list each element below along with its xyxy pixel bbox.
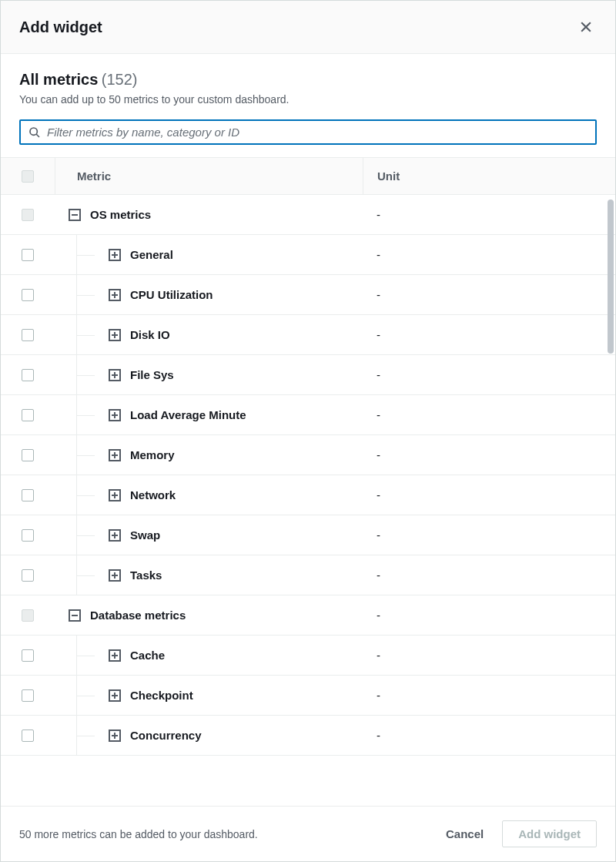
metric-label: Memory [130, 448, 175, 461]
table-row[interactable]: CPU Utilization- [1, 275, 615, 315]
expand-icon[interactable] [109, 449, 121, 461]
expand-icon[interactable] [109, 289, 121, 301]
table-header-row: Metric Unit [1, 158, 615, 195]
tree-line [76, 696, 95, 696]
row-checkbox-cell [1, 209, 55, 221]
metric-label: Tasks [130, 569, 162, 582]
row-checkbox[interactable] [22, 209, 34, 221]
metric-label: Checkpoint [130, 689, 193, 702]
metric-label: File Sys [130, 368, 174, 381]
expand-icon[interactable] [109, 689, 121, 702]
table-row[interactable]: Load Average Minute- [1, 395, 615, 435]
row-unit-cell: - [363, 689, 615, 702]
row-checkbox-cell [1, 449, 55, 461]
metric-label: Cache [130, 649, 165, 662]
table-row[interactable]: Memory- [1, 435, 615, 475]
expand-icon[interactable] [109, 730, 121, 742]
collapse-icon[interactable] [69, 609, 81, 622]
row-checkbox[interactable] [22, 409, 34, 421]
row-checkbox[interactable] [22, 449, 34, 461]
row-metric-cell: Load Average Minute [55, 395, 363, 434]
select-all-checkbox[interactable] [22, 170, 34, 183]
dialog-title: Add widget [19, 18, 102, 36]
row-metric-cell: CPU Utilization [55, 275, 363, 314]
row-checkbox[interactable] [22, 569, 34, 582]
row-metric-cell: Memory [55, 435, 363, 475]
row-checkbox[interactable] [22, 689, 34, 702]
cancel-button[interactable]: Cancel [446, 827, 484, 840]
expand-icon[interactable] [109, 649, 121, 662]
expand-icon[interactable] [109, 369, 121, 381]
collapse-icon[interactable] [69, 209, 81, 221]
expand-icon[interactable] [109, 249, 121, 261]
tree-line [76, 295, 95, 296]
expand-icon[interactable] [109, 569, 121, 582]
search-box[interactable] [19, 119, 597, 145]
table-row[interactable]: Disk IO- [1, 315, 615, 355]
table-body[interactable]: OS metrics-General-CPU Utilization-Disk … [1, 195, 615, 806]
row-metric-cell: General [55, 235, 363, 274]
table-row[interactable]: Cache- [1, 636, 615, 676]
row-metric-cell: Network [55, 475, 363, 515]
metric-label: Concurrency [130, 729, 202, 742]
row-unit-cell: - [363, 368, 615, 381]
row-checkbox[interactable] [22, 609, 34, 622]
section-title: All metrics [19, 71, 98, 88]
row-checkbox-cell [1, 369, 55, 381]
row-checkbox[interactable] [22, 249, 34, 261]
metric-label: CPU Utilization [130, 288, 213, 301]
row-unit-cell: - [363, 408, 615, 421]
table-row[interactable]: General- [1, 235, 615, 275]
metric-label: Disk IO [130, 328, 170, 341]
table-row[interactable]: Network- [1, 475, 615, 515]
svg-line-3 [36, 134, 39, 137]
row-checkbox[interactable] [22, 289, 34, 301]
table-row[interactable]: Tasks- [1, 555, 615, 595]
row-metric-cell: Swap [55, 515, 363, 555]
header-checkbox-cell [1, 170, 55, 183]
search-container [1, 119, 615, 157]
section-description: You can add up to 50 metrics to your cus… [19, 93, 597, 106]
metric-label: Swap [130, 528, 160, 542]
dialog-footer: 50 more metrics can be added to your das… [1, 807, 615, 861]
expand-icon[interactable] [109, 489, 121, 501]
table-row[interactable]: Checkpoint- [1, 676, 615, 716]
table-row[interactable]: File Sys- [1, 355, 615, 395]
row-checkbox[interactable] [22, 369, 34, 381]
row-checkbox[interactable] [22, 730, 34, 742]
row-metric-cell: OS metrics [55, 195, 363, 234]
row-unit-cell: - [363, 569, 615, 582]
row-metric-cell: Checkpoint [55, 676, 363, 715]
expand-icon[interactable] [109, 329, 121, 341]
column-header-metric[interactable]: Metric [55, 158, 363, 194]
table-row[interactable]: Concurrency- [1, 716, 615, 756]
row-checkbox-cell [1, 569, 55, 582]
row-metric-cell: File Sys [55, 355, 363, 394]
row-checkbox-cell [1, 649, 55, 662]
close-button[interactable] [575, 16, 597, 38]
tree-line [76, 656, 95, 656]
dialog-header: Add widget [1, 1, 615, 54]
row-checkbox[interactable] [22, 649, 34, 662]
add-widget-button[interactable]: Add widget [502, 820, 597, 847]
svg-point-2 [30, 128, 37, 135]
row-unit-cell: - [363, 528, 615, 542]
row-metric-cell: Tasks [55, 555, 363, 595]
table-row[interactable]: Database metrics- [1, 595, 615, 636]
row-unit-cell: - [363, 248, 615, 261]
column-header-unit[interactable]: Unit [363, 158, 615, 194]
row-checkbox-cell [1, 489, 55, 501]
expand-icon[interactable] [109, 529, 121, 542]
table-row[interactable]: OS metrics- [1, 195, 615, 235]
row-checkbox[interactable] [22, 329, 34, 341]
table-row[interactable]: Swap- [1, 515, 615, 555]
expand-icon[interactable] [109, 409, 121, 421]
scrollbar-thumb[interactable] [608, 200, 614, 354]
tree-line [76, 375, 95, 376]
row-checkbox[interactable] [22, 529, 34, 542]
tree-line [76, 335, 95, 336]
metric-label: Database metrics [90, 609, 186, 622]
metric-label: General [130, 248, 173, 261]
search-input[interactable] [47, 126, 588, 139]
row-checkbox[interactable] [22, 489, 34, 501]
